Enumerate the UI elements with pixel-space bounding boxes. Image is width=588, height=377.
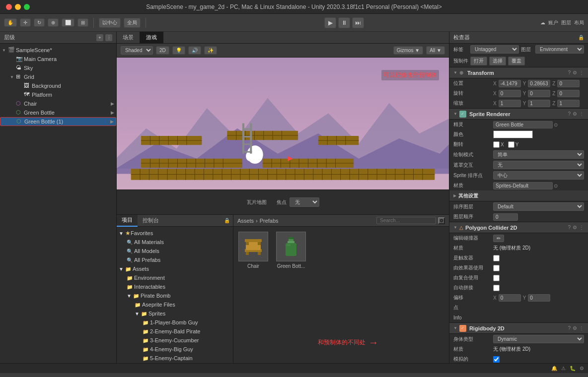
- hierarchy-item-chair[interactable]: ⬡ Chair ▶: [0, 99, 116, 108]
- sprite-sort-select[interactable]: 中心: [493, 171, 584, 180]
- warning-icon[interactable]: ⚠: [561, 366, 566, 371]
- scale-y-input[interactable]: [528, 100, 550, 107]
- hierarchy-item-green-bottle-1[interactable]: ⬡ Green Bottle (1) ▶: [0, 117, 116, 126]
- tree-environment[interactable]: 📁 Environment: [117, 273, 233, 282]
- tree-favorites[interactable]: ▼ ★ Favorites: [117, 229, 233, 238]
- toolbar-transform-btn[interactable]: ⊞: [77, 18, 88, 27]
- focus-select[interactable]: 无: [290, 197, 319, 207]
- asset-green-bottle[interactable]: Green Bott...: [276, 232, 306, 269]
- tab-game[interactable]: 游戏: [140, 32, 163, 44]
- assets-settings-btn[interactable]: ⚙: [438, 217, 445, 224]
- open-prefab-btn[interactable]: 打开: [470, 57, 487, 65]
- tab-scene[interactable]: 场景: [117, 32, 140, 44]
- settings-icon[interactable]: ⚙: [580, 366, 584, 371]
- poly-ref-btn[interactable]: ?: [568, 225, 571, 230]
- scale-z-input[interactable]: [557, 100, 580, 107]
- tree-sprites[interactable]: ▼ 📁 Sprites: [117, 309, 233, 318]
- flip-x-checkbox[interactable]: [493, 141, 500, 148]
- trigger-checkbox[interactable]: [493, 255, 500, 261]
- step-button[interactable]: ⏭: [352, 17, 364, 28]
- material-input[interactable]: [493, 182, 553, 189]
- hierarchy-item-green-bottle[interactable]: ⬡ Green Bottle ▶: [0, 108, 116, 117]
- composite-checkbox[interactable]: [493, 275, 500, 281]
- scene-light-btn[interactable]: 💡: [172, 46, 185, 55]
- asset-chair[interactable]: Chair: [238, 232, 268, 269]
- minimize-button[interactable]: [15, 4, 21, 10]
- global-btn[interactable]: 全局: [124, 18, 141, 28]
- tree-player[interactable]: 📁 1-Player-Bomb Guy: [117, 318, 233, 327]
- polygon-collider-header[interactable]: ▼ △ Polygon Collider 2D ? ⚙ ⋮: [449, 222, 588, 233]
- rb-menu-btn[interactable]: ⋮: [579, 325, 584, 331]
- edit-collider-btn[interactable]: ✏: [493, 235, 504, 242]
- revert-prefab-btn[interactable]: 覆盖: [508, 57, 525, 65]
- tab-console[interactable]: 控制台: [138, 215, 164, 227]
- breadcrumb-assets[interactable]: Assets: [237, 218, 254, 224]
- hierarchy-item-main-camera[interactable]: 📷 Main Camera: [0, 55, 116, 63]
- close-button[interactable]: [6, 4, 12, 10]
- transform-menu-btn[interactable]: ⋮: [579, 70, 584, 75]
- all-btn[interactable]: All ▼: [426, 46, 445, 55]
- toolbar-move-btn[interactable]: ✛: [20, 18, 31, 27]
- sprite-target-btn[interactable]: ⊙: [554, 122, 558, 127]
- poly-offset-x[interactable]: [499, 294, 521, 302]
- pause-button[interactable]: ⏸: [338, 17, 350, 28]
- hierarchy-item-sky[interactable]: 🌤 Sky: [0, 63, 116, 72]
- chair-menu[interactable]: ▶: [111, 101, 114, 106]
- gizmos-btn[interactable]: Gizmos ▼: [393, 46, 424, 55]
- hierarchy-add-btn[interactable]: +: [96, 34, 103, 41]
- sprite-menu-btn[interactable]: ⋮: [579, 111, 584, 117]
- tab-project[interactable]: 项目: [117, 215, 138, 227]
- layer-select[interactable]: Environment: [535, 45, 584, 54]
- breadcrumb-prefabs[interactable]: Prefabs: [260, 218, 279, 224]
- tree-all-prefabs[interactable]: 🔍 All Prefabs: [117, 255, 233, 264]
- account-btn[interactable]: 账户: [548, 19, 558, 26]
- game-viewport[interactable]: 可以把修改给预制体 瓦片地图 焦点 无: [117, 58, 449, 214]
- pos-z-input[interactable]: [557, 80, 580, 87]
- auto-tiling-checkbox[interactable]: [493, 285, 500, 291]
- sprite-renderer-header[interactable]: ▼ ✓ Sprite Renderer ? ⚙ ⋮: [449, 109, 588, 120]
- layout-btn[interactable]: 布局: [574, 19, 584, 26]
- toolbar-hand-btn[interactable]: ✋: [4, 18, 17, 27]
- color-picker[interactable]: [493, 130, 533, 138]
- maximize-button[interactable]: [24, 4, 30, 10]
- flip-y-checkbox[interactable]: [508, 141, 514, 148]
- tree-interactables[interactable]: 📁 Interactables: [117, 282, 233, 291]
- rigidbody2d-header[interactable]: ▼ ✓ Rigidbody 2D ? ⚙ ⋮: [449, 323, 588, 334]
- draw-mode-select[interactable]: 简单: [493, 150, 584, 159]
- tree-aseprite[interactable]: 📁 Aseprite Files: [117, 300, 233, 309]
- poly-menu-btn[interactable]: ⋮: [579, 225, 584, 230]
- pos-x-input[interactable]: [499, 80, 521, 87]
- sprite-ref-btn[interactable]: ?: [568, 111, 571, 117]
- tree-assets[interactable]: ▼ 📁 Assets: [117, 264, 233, 273]
- tree-enemy-big[interactable]: 📁 4-Enemy-Big Guy: [117, 345, 233, 354]
- scale-x-input[interactable]: [499, 100, 521, 107]
- hierarchy-item-grid[interactable]: ▼ ⊞ Grid: [0, 72, 116, 81]
- select-prefab-btn[interactable]: 选择: [489, 57, 506, 65]
- 2d-btn[interactable]: 2D: [156, 46, 169, 55]
- bottle1-menu[interactable]: ▶: [110, 119, 114, 124]
- hierarchy-item-samplescene[interactable]: ▼ 🎬 SampleScene*: [0, 46, 116, 55]
- body-type-select[interactable]: Dynamic: [493, 335, 584, 343]
- tree-enemy-cucumber[interactable]: 📁 3-Enemy-Cucumber: [117, 336, 233, 345]
- rb-settings-btn[interactable]: ⚙: [573, 325, 577, 331]
- mask-select[interactable]: 无: [493, 161, 584, 169]
- tree-enemy-bald[interactable]: 📁 2-Enemy-Bald Pirate: [117, 327, 233, 336]
- rb-ref-btn[interactable]: ?: [568, 325, 571, 331]
- rot-x-input[interactable]: [499, 90, 521, 97]
- layers-btn[interactable]: 图层: [561, 19, 571, 26]
- sprite-settings-btn[interactable]: ⚙: [573, 111, 577, 117]
- rot-z-input[interactable]: [557, 90, 580, 97]
- play-button[interactable]: ▶: [324, 17, 336, 28]
- toolbar-rect-btn[interactable]: ⬜: [62, 18, 74, 27]
- hierarchy-item-platform[interactable]: 🗺 Platform: [0, 90, 116, 99]
- material-target-btn[interactable]: ⊙: [554, 183, 558, 188]
- inspector-lock-btn[interactable]: 🔒: [578, 35, 584, 40]
- tree-pirate-bomb[interactable]: ▼ 📁 Pirate Bomb: [117, 291, 233, 300]
- assets-search[interactable]: [376, 217, 436, 224]
- scene-fx-btn[interactable]: ✨: [204, 46, 217, 55]
- effector-checkbox[interactable]: [493, 265, 500, 271]
- shading-select[interactable]: Shaded: [121, 46, 153, 55]
- notification-icon[interactable]: 🔔: [551, 366, 557, 371]
- transform-header[interactable]: ▼ ⊕ Transform ? ⚙ ⋮: [449, 67, 588, 78]
- bug-icon[interactable]: 🐛: [570, 366, 576, 371]
